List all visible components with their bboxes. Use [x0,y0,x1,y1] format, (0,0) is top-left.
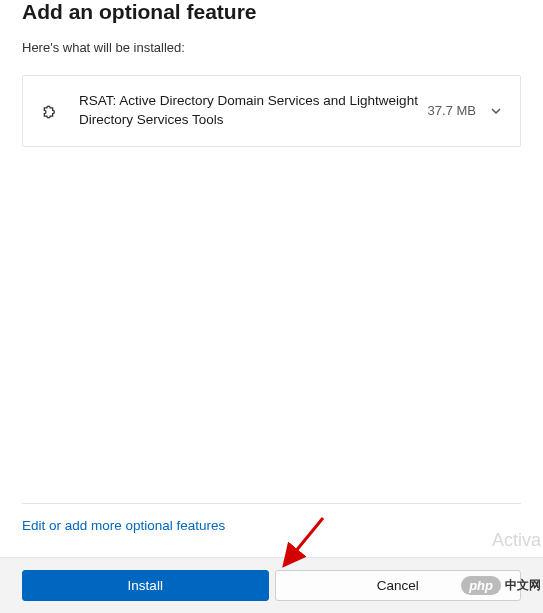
puzzle-icon [41,102,61,122]
divider [22,503,521,504]
feature-list: RSAT: Active Directory Domain Services a… [22,75,521,147]
chevron-down-icon[interactable] [490,105,502,117]
activate-watermark: Activa [492,530,541,551]
edit-add-more-link[interactable]: Edit or add more optional features [22,518,521,533]
feature-item[interactable]: RSAT: Active Directory Domain Services a… [23,76,520,146]
page-title: Add an optional feature [22,0,521,24]
install-button[interactable]: Install [22,570,269,601]
button-bar: Install Cancel [0,557,543,613]
feature-name: RSAT: Active Directory Domain Services a… [79,92,428,130]
cancel-button[interactable]: Cancel [275,570,522,601]
install-subtitle: Here's what will be installed: [22,40,521,55]
feature-size: 37.7 MB [428,103,476,118]
